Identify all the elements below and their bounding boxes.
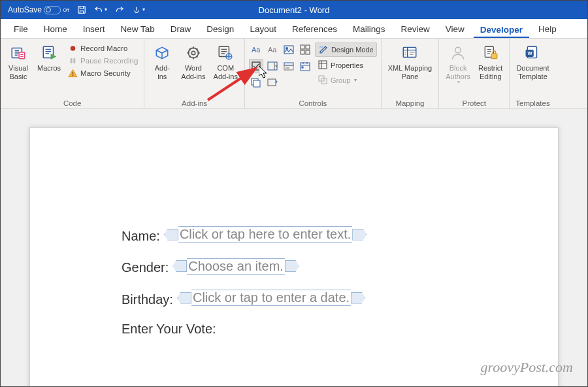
gender-content-control[interactable]: Choose an item. bbox=[172, 258, 299, 275]
properties-label: Properties bbox=[331, 61, 363, 69]
xml-mapping-label: XML Mapping Pane bbox=[388, 64, 432, 80]
macro-security-label: Macro Security bbox=[80, 69, 131, 77]
tab-file[interactable]: File bbox=[7, 21, 35, 38]
macros-button[interactable]: Macros bbox=[35, 41, 63, 97]
macros-label: Macros bbox=[37, 64, 61, 73]
ribbon: Visual Basic Macros Record Macro Pause R… bbox=[1, 39, 587, 109]
tab-help[interactable]: Help bbox=[532, 21, 563, 38]
picture-control-button[interactable] bbox=[282, 42, 296, 57]
tab-review[interactable]: Review bbox=[395, 21, 436, 38]
dropdown-control-button[interactable] bbox=[282, 59, 296, 73]
document-page[interactable]: Name: Click or tap here to enter text. G… bbox=[29, 127, 559, 386]
redo-button[interactable] bbox=[112, 3, 127, 16]
ribbon-group-templates: W Document Template Templates bbox=[510, 39, 555, 109]
design-mode-button[interactable]: Design Mode bbox=[315, 42, 377, 57]
rich-text-control-button[interactable]: Aa bbox=[249, 42, 263, 57]
title-bar: AutoSave Off ▾ ▾ Document2 - Word bbox=[1, 1, 587, 19]
svg-marker-4 bbox=[51, 54, 56, 59]
save-button[interactable] bbox=[74, 3, 90, 16]
cc-tag-right-icon bbox=[352, 229, 367, 241]
checkbox-control-button[interactable] bbox=[249, 59, 263, 73]
svg-rect-10 bbox=[73, 75, 73, 75]
svg-rect-0 bbox=[78, 7, 85, 14]
xml-mapping-button[interactable]: XML Mapping Pane bbox=[385, 41, 434, 97]
group-label-addins: Add-ins bbox=[148, 97, 240, 107]
visual-basic-label: Visual Basic bbox=[8, 64, 28, 80]
ribbon-tabs: File Home Insert New Tab Draw Design Lay… bbox=[1, 19, 587, 39]
restrict-editing-button[interactable]: Restrict Editing bbox=[476, 41, 505, 97]
tab-layout[interactable]: Layout bbox=[243, 21, 283, 38]
cc-tag-left-icon bbox=[164, 229, 178, 241]
svg-rect-34 bbox=[319, 61, 327, 69]
svg-text:W: W bbox=[528, 50, 533, 56]
svg-rect-18 bbox=[284, 46, 293, 54]
tab-home[interactable]: Home bbox=[37, 21, 74, 38]
com-addins-label: COM Add-ins bbox=[214, 64, 238, 80]
group-label-templates: Templates bbox=[514, 97, 551, 107]
svg-point-5 bbox=[71, 46, 76, 51]
restrict-editing-label: Restrict Editing bbox=[478, 64, 502, 80]
legacy-tools-button[interactable] bbox=[265, 75, 280, 90]
cc-tag-left-icon bbox=[172, 260, 187, 272]
datepicker-control-button[interactable] bbox=[298, 59, 312, 73]
tab-references[interactable]: References bbox=[286, 21, 344, 38]
svg-point-38 bbox=[455, 47, 461, 53]
tab-draw[interactable]: Draw bbox=[164, 21, 198, 38]
autosave-switch-icon bbox=[44, 6, 61, 14]
svg-point-19 bbox=[286, 48, 287, 50]
ribbon-group-controls: Aa Aa Design Mode Properties bbox=[245, 39, 382, 109]
addins-button[interactable]: Add- ins bbox=[148, 41, 176, 97]
block-authors-button: Block Authors ▾ bbox=[443, 41, 473, 97]
record-macro-button[interactable]: Record Macro bbox=[66, 42, 140, 54]
tab-newtab[interactable]: New Tab bbox=[114, 21, 161, 38]
autosave-toggle[interactable]: AutoSave Off bbox=[5, 3, 73, 16]
svg-rect-23 bbox=[306, 50, 310, 54]
record-icon bbox=[68, 43, 78, 53]
group-button[interactable]: Group ▾ bbox=[315, 74, 377, 87]
repeating-section-control-button[interactable] bbox=[249, 75, 263, 90]
plain-text-control-button[interactable]: Aa bbox=[265, 42, 280, 57]
tab-developer[interactable]: Developer bbox=[474, 22, 529, 39]
touch-mouse-mode-button[interactable]: ▾ bbox=[129, 3, 148, 16]
svg-rect-32 bbox=[268, 79, 276, 86]
tab-design[interactable]: Design bbox=[200, 21, 240, 38]
svg-point-13 bbox=[191, 51, 195, 54]
pause-recording-label: Pause Recording bbox=[80, 57, 138, 65]
word-addins-button[interactable]: Word Add-ins bbox=[178, 41, 208, 97]
building-block-control-button[interactable] bbox=[298, 42, 312, 57]
svg-rect-24 bbox=[252, 62, 260, 70]
ribbon-group-code: Visual Basic Macros Record Macro Pause R… bbox=[1, 39, 144, 109]
group-label-protect: Protect bbox=[443, 97, 505, 107]
macro-security-button[interactable]: Macro Security bbox=[66, 67, 140, 78]
svg-rect-26 bbox=[284, 63, 293, 65]
cc-tag-right-icon bbox=[351, 292, 365, 304]
pause-icon bbox=[68, 56, 78, 65]
tab-insert[interactable]: Insert bbox=[76, 21, 112, 38]
cc-tag-right-icon bbox=[285, 260, 299, 272]
birthday-content-control[interactable]: Click or tap to enter a date. bbox=[177, 290, 365, 306]
properties-icon bbox=[318, 59, 328, 71]
birthday-label: Birthday: bbox=[122, 292, 173, 307]
group-label-controls: Controls bbox=[249, 97, 377, 107]
form-line-vote: Enter Your Vote: bbox=[122, 322, 466, 337]
name-label: Name: bbox=[122, 229, 160, 244]
form-line-name: Name: Click or tap here to enter text. bbox=[122, 226, 466, 244]
svg-rect-31 bbox=[253, 80, 260, 87]
ribbon-group-addins: Add- ins Word Add-ins COM Add-ins Add-in… bbox=[144, 39, 245, 109]
tab-view[interactable]: View bbox=[439, 21, 471, 38]
properties-button[interactable]: Properties bbox=[315, 59, 377, 72]
undo-button[interactable]: ▾ bbox=[91, 3, 110, 16]
name-content-control[interactable]: Click or tap here to enter text. bbox=[164, 226, 367, 243]
visual-basic-button[interactable]: Visual Basic bbox=[5, 41, 32, 97]
name-placeholder: Click or tap here to enter text. bbox=[178, 226, 352, 243]
document-template-button[interactable]: W Document Template bbox=[514, 41, 551, 97]
com-addins-button[interactable]: COM Add-ins bbox=[211, 41, 240, 97]
pause-recording-button: Pause Recording bbox=[66, 55, 140, 66]
group-cmd-label: Group bbox=[331, 76, 351, 84]
autosave-label: AutoSave bbox=[8, 5, 42, 14]
combobox-control-button[interactable] bbox=[265, 59, 280, 73]
form-line-birthday: Birthday: Click or tap to enter a date. bbox=[122, 290, 466, 307]
svg-text:Aa: Aa bbox=[268, 46, 277, 54]
record-macro-label: Record Macro bbox=[80, 44, 127, 52]
tab-mailings[interactable]: Mailings bbox=[346, 21, 392, 38]
